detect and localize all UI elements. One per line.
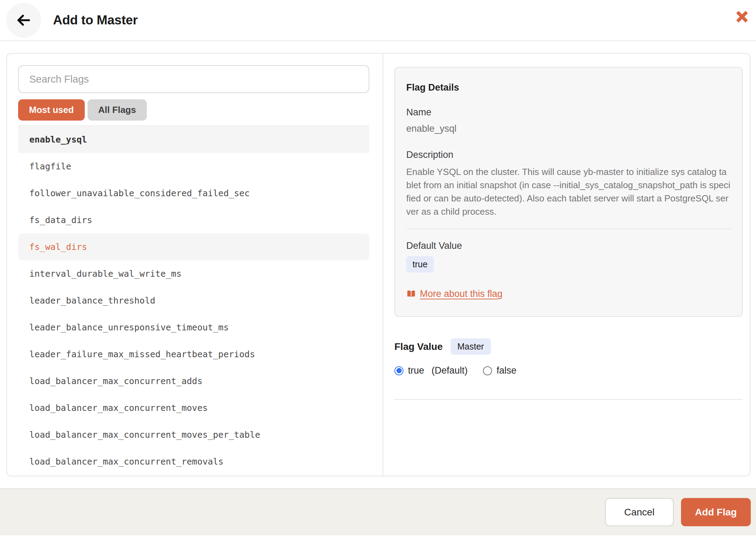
- flag-details-pane: Flag Details Name enable_ysql Descriptio…: [383, 54, 750, 476]
- search-input[interactable]: [18, 65, 369, 93]
- flag-list-item[interactable]: load_balancer_max_concurrent_removals: [18, 448, 369, 475]
- modal-content: Most used All Flags enable_ysql flagfile…: [6, 53, 750, 476]
- radio-option-false[interactable]: false: [483, 365, 516, 376]
- radio-label-suffix: (Default): [432, 365, 468, 376]
- cancel-button[interactable]: Cancel: [605, 498, 674, 526]
- flag-details-card: Flag Details Name enable_ysql Descriptio…: [394, 67, 743, 317]
- back-button[interactable]: [6, 3, 41, 38]
- flag-list-item[interactable]: load_balancer_max_concurrent_moves: [18, 395, 369, 421]
- flag-value-radio-group: true (Default) false: [394, 365, 743, 376]
- modal-header: Add to Master: [0, 0, 756, 41]
- flag-list-item[interactable]: load_balancer_max_concurrent_moves_per_t…: [18, 421, 369, 448]
- modal-title: Add to Master: [53, 13, 138, 28]
- arrow-left-icon: [15, 11, 33, 29]
- flag-list-item[interactable]: flagfile: [18, 153, 369, 180]
- radio-label: true: [408, 365, 424, 376]
- card-divider: [406, 229, 732, 229]
- radio-unselected-icon: [483, 366, 492, 375]
- flag-list-item[interactable]: leader_balance_threshold: [18, 287, 369, 314]
- radio-option-true[interactable]: true (Default): [394, 365, 468, 376]
- flag-list-item[interactable]: enable_ysql: [18, 126, 369, 153]
- flag-list: enable_ysql flagfile follower_unavailabl…: [18, 126, 369, 475]
- book-open-icon: [406, 290, 416, 299]
- flag-value-row: Flag Value Master: [394, 338, 743, 355]
- flag-value-label: Flag Value: [394, 341, 443, 352]
- filter-toggle-group: Most used All Flags: [18, 99, 369, 121]
- modal-footer: Cancel Add Flag: [0, 488, 756, 535]
- add-flag-button[interactable]: Add Flag: [681, 498, 751, 526]
- close-button[interactable]: [733, 8, 751, 26]
- description-label: Description: [406, 150, 732, 160]
- flag-list-item[interactable]: follower_unavailable_considered_failed_s…: [18, 180, 369, 207]
- radio-selected-icon: [394, 366, 403, 375]
- name-value: enable_ysql: [406, 123, 732, 134]
- section-divider: [394, 399, 743, 400]
- more-link-label: More about this flag: [420, 289, 502, 299]
- flag-list-item[interactable]: fs_wal_dirs: [18, 233, 369, 260]
- description-text: Enable YSQL on the cluster. This will ca…: [406, 165, 732, 218]
- more-about-flag-link[interactable]: More about this flag: [406, 289, 502, 299]
- master-badge: Master: [451, 338, 491, 355]
- filter-most-used[interactable]: Most used: [18, 99, 85, 121]
- close-icon: [735, 10, 749, 24]
- flag-list-item[interactable]: leader_failure_max_missed_heartbeat_peri…: [18, 341, 369, 368]
- name-label: Name: [406, 107, 732, 118]
- default-value-label: Default Value: [406, 240, 732, 251]
- default-value-badge: true: [406, 256, 434, 273]
- flag-list-pane: Most used All Flags enable_ysql flagfile…: [7, 54, 383, 476]
- flag-details-title: Flag Details: [406, 82, 732, 93]
- filter-all-flags[interactable]: All Flags: [88, 99, 147, 121]
- flag-list-item[interactable]: leader_balance_unresponsive_timeout_ms: [18, 314, 369, 341]
- flag-list-item[interactable]: fs_data_dirs: [18, 207, 369, 233]
- radio-label: false: [497, 365, 516, 376]
- flag-list-item[interactable]: load_balancer_max_concurrent_adds: [18, 368, 369, 395]
- flag-list-item[interactable]: interval_durable_wal_write_ms: [18, 260, 369, 287]
